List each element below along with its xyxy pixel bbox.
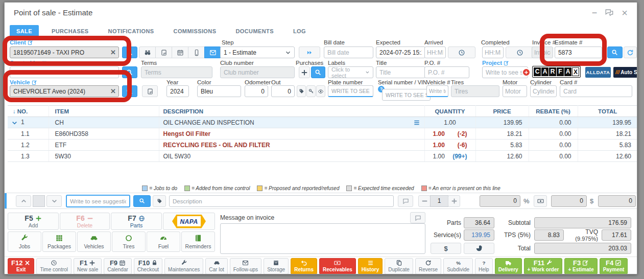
vehicle-key-button[interactable]: [306, 85, 316, 97]
toolbar-button-payment[interactable]: F4Payment: [600, 258, 628, 274]
bill-date-input[interactable]: [324, 46, 373, 58]
column-header-description[interactable]: DESCRIPTION: [159, 106, 424, 117]
line-comment-button[interactable]: [398, 195, 413, 207]
toolbar-button-work-order[interactable]: F11+ Work order: [524, 258, 563, 274]
odometer-input[interactable]: [245, 85, 268, 97]
toolbar-button-exit[interactable]: F12Exit: [8, 258, 34, 274]
estimate-number-input[interactable]: [555, 46, 602, 58]
tool-button-vehicles[interactable]: Vehicles: [77, 231, 111, 252]
toolbar-button-history[interactable]: History: [358, 258, 383, 274]
add-line-button[interactable]: F5 Add: [8, 213, 59, 230]
item-suggestions-input[interactable]: [66, 195, 130, 207]
qty-increase-button[interactable]: [448, 195, 460, 207]
vehicle-note-button[interactable]: [142, 85, 158, 97]
tab-purchases[interactable]: PURCHASES: [45, 25, 96, 37]
currency-button[interactable]: $: [431, 243, 461, 254]
serial-vin-input[interactable]: [382, 89, 431, 101]
add-purchase-button[interactable]: [299, 66, 310, 78]
purchases-search-button[interactable]: [311, 66, 325, 78]
tab-notifications[interactable]: NOTIFICATIONS: [102, 25, 161, 37]
cylinder-input[interactable]: [530, 85, 557, 97]
client-phone-button[interactable]: [188, 46, 205, 58]
autoserve-logo[interactable]: ///Auto Se: [613, 67, 637, 78]
toolbar-button-new-sale[interactable]: F1New sale: [74, 258, 102, 274]
invoice-message-comment-button[interactable]: [410, 212, 425, 223]
qty-value[interactable]: 1: [430, 195, 448, 207]
tool-button-fuel[interactable]: Fuel: [147, 231, 180, 252]
toolbar-button-checkout[interactable]: F10Checkout: [134, 258, 162, 274]
completed-input[interactable]: [482, 46, 504, 58]
terms-input[interactable]: [141, 66, 212, 78]
close-button[interactable]: ×: [622, 8, 628, 17]
clear-vehicle-icon[interactable]: ✕: [110, 87, 116, 95]
next-step-button[interactable]: [299, 46, 320, 58]
tires-input[interactable]: [451, 85, 499, 97]
toolbar-button-help[interactable]: Help: [475, 258, 493, 274]
directory-button[interactable]: [139, 46, 156, 58]
estimate-search-button[interactable]: [607, 46, 623, 58]
po-number-input[interactable]: [424, 66, 469, 78]
column-header-rebate[interactable]: REBATE (%): [529, 106, 578, 117]
table-row[interactable]: 1CHOIL CHANGE AND INSPECTION1.00139.950.…: [8, 117, 637, 128]
toolbar-button-calendar[interactable]: F9Calendar: [104, 258, 132, 274]
toolbar-button-maintenances[interactable]: Maintenances: [164, 258, 203, 274]
completed-clock-button[interactable]: [506, 46, 534, 58]
card-number-input[interactable]: [560, 85, 632, 97]
estimate-refresh-button[interactable]: [624, 46, 637, 58]
napa-button[interactable]: NAPA: [163, 213, 215, 230]
vehicle-search-button[interactable]: [122, 85, 137, 97]
column-header-quantity[interactable]: QUANTITY: [424, 106, 475, 117]
client-note-button[interactable]: [155, 46, 172, 58]
toolbar-button-receivables[interactable]: Receivables: [319, 258, 356, 274]
toolbar-button-storage[interactable]: Storage: [264, 258, 289, 274]
invoice-message-textarea[interactable]: [220, 223, 425, 254]
invoice-number-input[interactable]: [532, 46, 553, 58]
delete-line-button[interactable]: F6 Delete: [60, 213, 110, 230]
color-input[interactable]: [197, 85, 241, 97]
table-row[interactable]: 1.35W30OIL 5W301.00(99+)12.600.0012.60: [8, 151, 637, 162]
toolbar-button-delivery[interactable]: Delivery: [495, 258, 522, 274]
year-input[interactable]: [166, 85, 189, 97]
chat-button[interactable]: [605, 8, 614, 17]
table-row[interactable]: 1.2ETFRECYCLING FEES - OIL AND FILTER1.0…: [8, 140, 637, 151]
add-project-badge[interactable]: +: [522, 68, 531, 77]
item-description-input[interactable]: [169, 195, 394, 207]
labels-select[interactable]: Click to select: [328, 66, 373, 78]
toolbar-button-duplicate[interactable]: Duplicate: [385, 258, 413, 274]
vehicle-number-input[interactable]: [426, 85, 448, 97]
client-email-button[interactable]: [204, 46, 221, 58]
tab-commissions[interactable]: COMMISSIONS: [167, 25, 223, 37]
club-number-input[interactable]: [220, 66, 295, 78]
price-mode-button[interactable]: [534, 195, 547, 207]
step-select[interactable]: 1 - Estimate: [220, 46, 295, 58]
vehicle-eye-button[interactable]: [316, 85, 325, 97]
out-input[interactable]: [271, 85, 295, 97]
tool-button-reminders[interactable]: Reminders: [181, 231, 215, 252]
column-header-total[interactable]: TOTAL: [578, 106, 637, 117]
client-calendar-button[interactable]: [172, 46, 188, 58]
column-header-price[interactable]: PRICE: [475, 106, 529, 117]
title-input[interactable]: [376, 66, 425, 78]
item-tag-button[interactable]: [153, 195, 166, 207]
client-search-button[interactable]: [122, 46, 137, 58]
clear-client-icon[interactable]: ✕: [110, 49, 116, 56]
created-by-input[interactable]: [10, 66, 119, 78]
parts-button[interactable]: F7 Parts: [111, 213, 162, 230]
created-by-search-button[interactable]: [122, 66, 137, 78]
expected-input[interactable]: [376, 46, 425, 58]
client-input[interactable]: [10, 46, 119, 58]
motor-input[interactable]: [503, 85, 527, 97]
carfax-logo[interactable]: CARFAX: [532, 66, 581, 78]
toolbar-button-subdivide[interactable]: Subdivide: [443, 258, 473, 274]
toolbar-button-time-control[interactable]: Time control: [36, 258, 71, 274]
line-up-button[interactable]: [16, 195, 31, 207]
column-header-no[interactable]: ↓NO.: [8, 106, 49, 117]
toolbar-button-returns[interactable]: Returns: [291, 258, 317, 274]
tab-log[interactable]: LOG: [287, 25, 313, 37]
qty-decrease-button[interactable]: [418, 195, 431, 207]
arrived-clock-button[interactable]: [448, 46, 475, 58]
tab-documents[interactable]: DOCUMENTS: [229, 25, 280, 37]
alldata-logo[interactable]: ALLDATA: [585, 67, 611, 78]
minimize-button[interactable]: −: [592, 8, 598, 17]
toolbar-button-follow-ups[interactable]: Follow-ups: [230, 258, 261, 274]
